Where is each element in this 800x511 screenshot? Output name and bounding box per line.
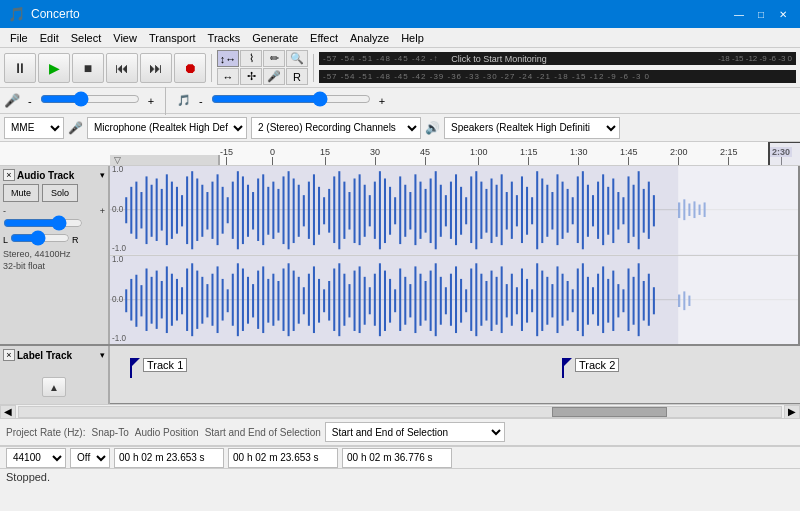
label-track-name: Label Track: [17, 350, 98, 361]
tool-draw[interactable]: ✏: [263, 50, 285, 67]
svg-rect-70: [455, 174, 457, 245]
tool-multitool[interactable]: ✢: [240, 68, 262, 85]
project-rate-select[interactable]: 44100 22050 48000: [6, 448, 66, 468]
vu-scale-bottom: -57 -54 -51 -48 -45 -42 -39 -36 -33 -30 …: [323, 72, 650, 81]
app-icon: 🎵: [8, 6, 25, 22]
svg-rect-28: [242, 176, 244, 244]
svg-rect-84: [526, 187, 528, 235]
tick-1-15: 1:15: [520, 147, 538, 165]
tool-zoom[interactable]: 🔍: [286, 50, 308, 67]
label-track-close[interactable]: ×: [3, 349, 15, 361]
menu-transport[interactable]: Transport: [143, 30, 202, 46]
maximize-button[interactable]: □: [752, 5, 770, 23]
tool-select[interactable]: ↕↔: [217, 50, 239, 67]
svg-rect-162: [328, 280, 330, 320]
svg-rect-207: [556, 266, 558, 333]
svg-rect-106: [638, 171, 640, 249]
svg-rect-135: [191, 263, 193, 336]
project-rate-label: Project Rate (Hz):: [6, 427, 85, 438]
vu-scale-top: -57 -54 -51 -48 -45 -42 -↑: [323, 54, 451, 63]
play-button[interactable]: ▶: [38, 53, 70, 83]
audio-track-arrow[interactable]: ▾: [100, 170, 105, 180]
svg-rect-134: [186, 268, 188, 330]
minimize-button[interactable]: —: [730, 5, 748, 23]
input-volume-slider[interactable]: [40, 93, 140, 105]
svg-rect-167: [354, 270, 356, 330]
close-button[interactable]: ✕: [774, 5, 792, 23]
svg-rect-21: [206, 192, 208, 229]
menu-analyze[interactable]: Analyze: [344, 30, 395, 46]
svg-rect-122: [125, 289, 127, 312]
stop-button[interactable]: ■: [72, 53, 104, 83]
sel-type-select[interactable]: Start and End of Selection Length and En…: [325, 422, 505, 442]
svg-rect-73: [470, 176, 472, 243]
tool-r[interactable]: R: [286, 68, 308, 85]
menu-edit[interactable]: Edit: [34, 30, 65, 46]
host-select[interactable]: MME: [4, 117, 64, 139]
tick-2-00: 2:00: [670, 147, 688, 165]
svg-rect-219: [617, 284, 619, 317]
label-item-track2[interactable]: Track 2: [562, 358, 619, 378]
scroll-right-button[interactable]: ▶: [784, 405, 800, 419]
svg-rect-223: [638, 263, 640, 336]
tool-timeshift[interactable]: ↔: [217, 68, 239, 85]
track-volume-slider[interactable]: [3, 217, 83, 229]
mic-select[interactable]: Microphone (Realtek High Defini: [87, 117, 247, 139]
record-button[interactable]: ⏺: [174, 53, 206, 83]
tick-2-15: 2:15: [720, 147, 738, 165]
menu-select[interactable]: Select: [65, 30, 108, 46]
tick--15: -15: [220, 147, 233, 165]
tick-15: 15: [320, 147, 330, 165]
svg-rect-64: [425, 189, 427, 233]
tool-mic[interactable]: 🎤: [263, 68, 285, 85]
menu-tracks[interactable]: Tracks: [202, 30, 247, 46]
speaker-select[interactable]: Speakers (Realtek High Definiti: [444, 117, 620, 139]
label-track-arrow[interactable]: ▾: [100, 350, 105, 360]
svg-rect-170: [369, 287, 371, 314]
svg-rect-160: [318, 278, 320, 322]
skip-start-button[interactable]: ⏮: [106, 53, 138, 83]
channels-select[interactable]: 2 (Stereo) Recording Channels: [251, 117, 421, 139]
svg-rect-151: [272, 273, 274, 325]
sel-end-value: 00 h 02 m 36.776 s: [342, 448, 452, 468]
audio-track-close[interactable]: ×: [3, 169, 15, 181]
label-track-content[interactable]: Track 1 Track 2: [110, 346, 800, 403]
svg-rect-193: [485, 280, 487, 320]
svg-rect-108: [648, 182, 650, 239]
svg-rect-171: [374, 273, 376, 325]
menu-generate[interactable]: Generate: [246, 30, 304, 46]
scroll-left-button[interactable]: ◀: [0, 405, 16, 419]
menu-file[interactable]: File: [4, 30, 34, 46]
svg-rect-163: [333, 268, 335, 330]
svg-rect-22: [211, 182, 213, 239]
snap-to-select[interactable]: Off On: [70, 448, 110, 468]
menubar: File Edit Select View Transport Tracks G…: [0, 28, 800, 48]
skip-end-button[interactable]: ⏭: [140, 53, 172, 83]
label-item-track1[interactable]: Track 1: [130, 358, 187, 378]
audio-waveform-area[interactable]: 1.0 0.0 -1.0: [110, 166, 800, 344]
svg-rect-222: [633, 276, 635, 324]
svg-rect-65: [430, 178, 432, 243]
tool-envelope[interactable]: ⌇: [240, 50, 262, 67]
solo-button[interactable]: Solo: [42, 184, 78, 202]
svg-rect-181: [425, 280, 427, 320]
pause-button[interactable]: ⏸: [4, 53, 36, 83]
svg-rect-77: [491, 178, 493, 243]
label-up-button[interactable]: ▲: [42, 377, 66, 397]
svg-rect-168: [359, 266, 361, 333]
svg-rect-152: [277, 280, 279, 320]
svg-rect-174: [389, 278, 391, 322]
menu-effect[interactable]: Effect: [304, 30, 344, 46]
scroll-thumb[interactable]: [552, 407, 666, 417]
menu-help[interactable]: Help: [395, 30, 430, 46]
status-text: Stopped.: [6, 471, 50, 483]
svg-rect-155: [293, 270, 295, 330]
playback-speed-slider[interactable]: [211, 93, 371, 105]
menu-view[interactable]: View: [107, 30, 143, 46]
svg-rect-202: [531, 289, 533, 312]
mute-button[interactable]: Mute: [3, 184, 39, 202]
svg-rect-67: [440, 185, 442, 237]
vu-click-label[interactable]: Click to Start Monitoring: [451, 54, 547, 64]
svg-rect-139: [211, 273, 213, 325]
track-pan-slider[interactable]: [10, 232, 70, 244]
